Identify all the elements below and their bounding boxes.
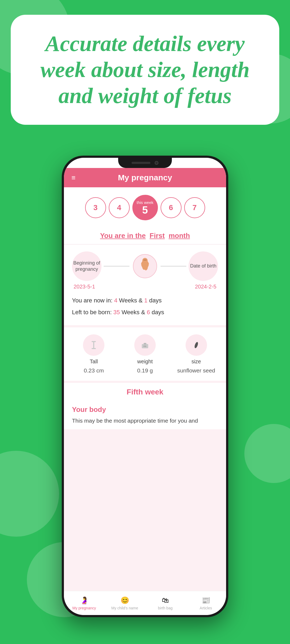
body-section: Your body This may be the most appropria…	[64, 401, 226, 429]
notch-speaker	[132, 162, 150, 164]
body-section-text: This may be the most appropriate time fo…	[72, 416, 218, 425]
week-btn-3[interactable]: 3	[85, 197, 106, 218]
start-date: 2023-5-1	[74, 284, 95, 290]
beginning-label: Beginning of pregnancy	[72, 260, 102, 273]
timeline-row: Beginning of pregnancy	[72, 251, 218, 281]
nav-articles[interactable]: 📰 Articles	[186, 591, 226, 615]
end-date: 2024-2-5	[195, 284, 216, 290]
phone-inner: ≡ My pregnancy 3 4 this week 5 6 7 You a…	[64, 158, 226, 615]
nav-childname-label: My child's name	[111, 606, 138, 610]
birth-circle: Date of birth	[189, 251, 218, 281]
month-prefix: You are in the	[100, 232, 146, 240]
week-active-label: this week	[137, 200, 154, 205]
svg-rect-9	[93, 341, 94, 349]
phone-frame: ≡ My pregnancy 3 4 this week 5 6 7 You a…	[62, 156, 228, 617]
svg-rect-10	[92, 341, 96, 342]
stat-tall: Tall 0.23 cm	[68, 334, 119, 374]
nav-birth-bag[interactable]: 🛍 birth bag	[145, 591, 186, 615]
svg-point-7	[144, 260, 145, 261]
size-label: size	[191, 358, 201, 365]
now-info: You are now in: 4 Weeks & 1 days	[72, 295, 218, 306]
timeline-section: Beginning of pregnancy	[64, 244, 226, 325]
week-btn-6[interactable]: 6	[161, 197, 182, 218]
app-title: My pregnancy	[118, 173, 172, 182]
nav-my-pregnancy[interactable]: 🤰 My pregnancy	[64, 591, 104, 615]
week-btn-5-active[interactable]: this week 5	[132, 195, 158, 220]
app-content: 3 4 this week 5 6 7 You are in the First…	[64, 187, 226, 591]
size-value: sunflower seed	[177, 367, 215, 374]
weight-value: 0.19 g	[137, 367, 153, 374]
nav-articles-icon: 📰	[202, 596, 210, 605]
week-selector: 3 4 this week 5 6 7	[64, 187, 226, 226]
body-section-title: Your body	[72, 405, 218, 414]
svg-text:RB: RB	[143, 345, 146, 347]
now-weeks: 4	[114, 297, 117, 304]
header-title: Accurate details every week about size, …	[30, 31, 260, 109]
nav-birthbag-icon: 🛍	[162, 596, 169, 605]
timeline-line-left	[104, 266, 129, 266]
stat-weight: RB weight 0.19 g	[119, 334, 171, 374]
week-btn-7[interactable]: 7	[184, 197, 205, 218]
left-info: Left to be born: 35 Weeks & 6 days	[72, 306, 218, 318]
svg-rect-13	[144, 343, 146, 345]
nav-articles-label: Articles	[200, 606, 212, 610]
fifth-week-title: Fifth week	[64, 383, 226, 401]
menu-icon[interactable]: ≡	[71, 174, 75, 182]
month-suffix: month	[169, 232, 190, 240]
beginning-circle: Beginning of pregnancy	[72, 251, 102, 281]
tall-label: Tall	[90, 358, 98, 365]
bottom-nav: 🤰 My pregnancy 😊 My child's name 🛍 birth…	[64, 591, 226, 615]
week-active-number: 5	[142, 205, 148, 215]
weight-label: weight	[137, 358, 153, 365]
app-header: ≡ My pregnancy	[64, 168, 226, 187]
svg-point-8	[146, 260, 146, 261]
size-icon	[186, 334, 207, 356]
nav-child-name[interactable]: 😊 My child's name	[104, 591, 145, 615]
timeline-line-right	[161, 266, 186, 266]
stat-size: size sunflower seed	[171, 334, 222, 374]
nav-childname-icon: 😊	[121, 596, 129, 605]
notch-camera	[155, 161, 158, 165]
month-name: First	[150, 232, 165, 240]
nav-pregnancy-icon: 🤰	[80, 596, 89, 605]
svg-point-15	[194, 342, 199, 349]
timeline-dates: 2023-5-1 2024-2-5	[72, 284, 218, 290]
now-days: 1	[144, 297, 147, 304]
weight-icon: RB	[134, 334, 156, 356]
phone-notch	[118, 158, 172, 168]
nav-birthbag-label: birth bag	[158, 606, 172, 610]
birth-label: Date of birth	[190, 263, 216, 269]
left-days: 6	[147, 309, 150, 316]
svg-rect-11	[92, 348, 96, 349]
stats-row: Tall 0.23 cm RB weight 0.19 g	[64, 327, 226, 381]
week-btn-4[interactable]: 4	[109, 197, 130, 218]
tall-value: 0.23 cm	[84, 367, 104, 374]
left-weeks: 35	[113, 309, 120, 316]
weeks-info: You are now in: 4 Weeks & 1 days Left to…	[72, 295, 218, 318]
header-card: Accurate details every week about size, …	[11, 15, 279, 125]
nav-pregnancy-label: My pregnancy	[73, 606, 96, 610]
month-line: You are in the First month	[64, 226, 226, 244]
tall-icon	[83, 334, 104, 356]
fetus-icon	[132, 253, 158, 280]
